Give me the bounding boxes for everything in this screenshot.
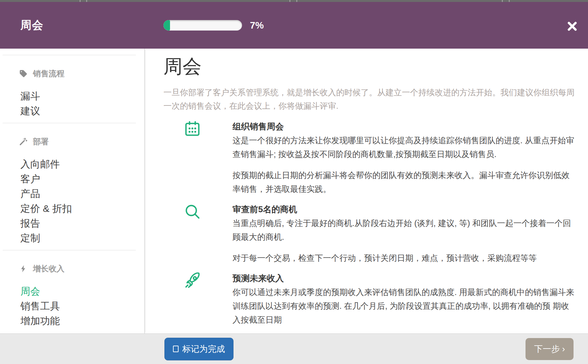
sidebar-item-sales-tools[interactable]: 销售工具	[20, 299, 144, 313]
progress-bar: 7%	[163, 2, 264, 49]
sidebar-section-grow-revenue: 增长收入 周会 销售工具 增加功能	[0, 263, 144, 328]
sidebar-item-customers[interactable]: 客户	[20, 171, 144, 186]
sidebar-item-weekly-meeting[interactable]: 周会	[20, 284, 144, 299]
topic-heading: 审查前5名的商机	[233, 202, 575, 216]
planner-modal: 周会 7%	[0, 2, 588, 364]
sidebar: 销售流程 漏斗 建议	[0, 49, 145, 333]
checkbox-icon	[173, 346, 179, 352]
modal-footer: 标记为完成 下一步 ›	[0, 333, 588, 364]
sidebar-section-label: 部署	[33, 136, 49, 147]
topic-heading: 组织销售周会	[233, 120, 575, 133]
tag-icon	[19, 69, 28, 78]
sidebar-section-header: 销售流程	[19, 68, 136, 79]
mark-as-done-label: 标记为完成	[182, 343, 225, 355]
sidebar-section-label: 增长收入	[33, 263, 64, 274]
sidebar-section-header: 部署	[19, 136, 136, 147]
modal-header: 周会 7%	[0, 2, 588, 49]
close-icon	[567, 21, 577, 32]
topic-paragraph: 这是一个很好的方法来让你发现哪里可以让你提高及持续追踪你销售团队的进度. 从重点…	[233, 133, 575, 161]
search-icon	[184, 203, 201, 220]
mark-as-done-button[interactable]: 标记为完成	[164, 338, 233, 360]
sidebar-section-deploy: 部署 入向邮件 客户 产品 定价 & 折扣 报告 定制	[0, 136, 144, 245]
topic-paragraph: 你可以通过未来月或季度的预期收入来评估销售团队的成熟度. 用最新式的商机中的销售…	[233, 285, 575, 327]
sidebar-section-sales-process: 销售流程 漏斗 建议	[0, 68, 144, 118]
sidebar-item-incoming-email[interactable]: 入向邮件	[20, 157, 144, 171]
main-content: 周会 一旦你部署了客户关系管理系统，就是增长收入的时候了。从建立一个持续改进的方…	[145, 49, 588, 333]
page-title: 周会	[163, 55, 575, 79]
topic-heading: 预测未来收入	[233, 271, 575, 285]
sidebar-item-customize[interactable]: 定制	[20, 231, 144, 245]
modal-body: 销售流程 漏斗 建议	[0, 49, 588, 333]
modal-title: 周会	[20, 18, 43, 33]
bolt-icon	[19, 264, 28, 273]
progress-percent-label: 7%	[250, 20, 264, 31]
sidebar-item-reports[interactable]: 报告	[20, 216, 144, 231]
sidebar-divider	[3, 55, 136, 55]
sidebar-item-add-features[interactable]: 增加功能	[20, 313, 144, 328]
next-step-label: 下一步	[534, 343, 560, 355]
sidebar-item-products[interactable]: 产品	[20, 186, 144, 201]
chevron-right-icon: ›	[562, 345, 565, 353]
sidebar-item-pricing-discount[interactable]: 定价 & 折扣	[20, 201, 144, 216]
progress-fill	[163, 20, 170, 31]
sidebar-item-proposal[interactable]: 建议	[20, 103, 144, 118]
magic-wand-icon	[19, 137, 28, 146]
sidebar-section-label: 销售流程	[33, 68, 64, 79]
sidebar-divider	[3, 250, 136, 250]
close-button[interactable]	[565, 19, 579, 34]
progress-track	[163, 20, 242, 31]
intro-paragraph: 一旦你部署了客户关系管理系统，就是增长收入的时候了。从建立一个持续改进的方法开始…	[163, 86, 575, 113]
topic-review-top-opportunities: 审查前5名的商机 当重点明确后, 专注于最好的商机.从阶段右边开始 (谈判, 建…	[163, 202, 575, 266]
rocket-icon	[184, 272, 201, 289]
topic-paragraph: 当重点明确后, 专注于最好的商机.从阶段右边开始 (谈判, 建议, 等) 和团队…	[233, 216, 575, 244]
sidebar-divider	[3, 123, 136, 123]
next-step-button[interactable]: 下一步 ›	[526, 338, 574, 360]
topic-paragraph: 对于每一个交易，检查下一个行动，预计关闭日期，难点，预计营收，采购流程等等	[233, 251, 575, 265]
topic-forecast-revenue: 预测未来收入 你可以通过未来月或季度的预期收入来评估销售团队的成熟度. 用最新式…	[163, 271, 575, 334]
calendar-icon	[184, 120, 201, 137]
topic-organize-weekly-meeting: 组织销售周会 这是一个很好的方法来让你发现哪里可以让你提高及持续追踪你销售团队的…	[163, 120, 575, 197]
sidebar-section-header: 增长收入	[19, 263, 136, 274]
topic-paragraph: 按预期的截止日期的分析漏斗将会帮你的团队有效的预测未来收入。漏斗审查允许你识别低…	[233, 168, 575, 196]
sidebar-item-funnel[interactable]: 漏斗	[20, 89, 144, 103]
screen: 周会 7%	[0, 0, 588, 364]
